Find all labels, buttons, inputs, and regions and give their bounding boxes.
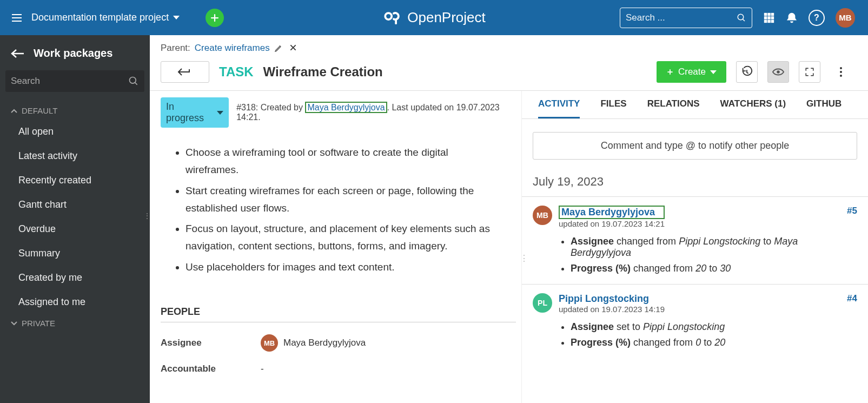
- activity-date: July 19, 2023: [522, 173, 868, 196]
- main-content: Parent: Create wireframes TASK Wireframe…: [150, 35, 868, 403]
- status-selector[interactable]: In progress: [161, 97, 229, 128]
- more-button[interactable]: [830, 61, 852, 83]
- svg-point-14: [840, 67, 842, 69]
- svg-point-2: [738, 14, 744, 20]
- accountable-field[interactable]: Accountable -: [161, 352, 516, 374]
- create-button[interactable]: Create: [657, 61, 726, 83]
- description[interactable]: Choose a wireframing tool or software to…: [161, 128, 516, 290]
- activity-anchor[interactable]: #4: [847, 293, 857, 304]
- work-package-type: TASK: [219, 64, 254, 80]
- accountable-value: -: [261, 364, 264, 374]
- sidebar-item[interactable]: Overdue: [0, 217, 150, 241]
- return-icon: [177, 68, 193, 76]
- parent-link[interactable]: Create wireframes: [195, 43, 270, 54]
- chevron-down-icon: [710, 70, 717, 74]
- activity-change: Assignee changed from Pippi Longstocking…: [571, 236, 857, 259]
- comment-input[interactable]: Comment and type @ to notify other peopl…: [533, 132, 857, 160]
- top-bar: Documentation template project OpenProje…: [0, 0, 868, 35]
- activity-change: Progress (%) changed from 0 to 20: [571, 337, 857, 348]
- fullscreen-button[interactable]: [799, 61, 820, 83]
- history-icon: [741, 66, 753, 78]
- avatar: MB: [261, 334, 278, 352]
- svg-point-13: [777, 70, 780, 74]
- sidebar-item[interactable]: All open: [0, 120, 150, 144]
- detail-tabs: ACTIVITY FILES RELATIONS WATCHERS (1) GI…: [522, 91, 868, 119]
- activity-timestamp: updated on 19.07.2023 14:19: [559, 305, 665, 314]
- tab-github[interactable]: GITHUB: [806, 98, 842, 118]
- svg-rect-4: [768, 13, 770, 15]
- people-heading: PEOPLE: [161, 306, 516, 322]
- help-icon[interactable]: ?: [809, 10, 825, 26]
- tab-activity[interactable]: ACTIVITY: [538, 98, 580, 118]
- tab-watchers[interactable]: WATCHERS (1): [720, 98, 786, 118]
- sidebar-item[interactable]: Assigned to me: [0, 290, 150, 314]
- svg-rect-5: [772, 13, 774, 15]
- svg-rect-3: [765, 13, 767, 15]
- group-default[interactable]: DEFAULT: [0, 102, 150, 120]
- back-arrow-icon[interactable]: [11, 49, 24, 58]
- sidebar-item[interactable]: Recently created: [0, 168, 150, 193]
- svg-rect-6: [765, 17, 767, 19]
- svg-point-12: [130, 77, 136, 84]
- sidebar-item[interactable]: Created by me: [0, 266, 150, 290]
- parent-label: Parent:: [161, 43, 190, 54]
- chevron-down-icon: [173, 16, 180, 19]
- sidebar-item[interactable]: Summary: [0, 241, 150, 266]
- sidebar: Work packages Search DEFAULT All openLat…: [0, 35, 150, 403]
- search-placeholder: Search ...: [626, 12, 737, 23]
- activity-timestamp: updated on 19.07.2023 14:21: [559, 219, 665, 228]
- close-icon[interactable]: [289, 44, 297, 51]
- user-avatar[interactable]: MB: [836, 8, 855, 28]
- logo-icon: [382, 8, 402, 28]
- brand-text: OpenProject: [407, 9, 486, 26]
- search-icon: [128, 76, 139, 87]
- breadcrumb: Parent: Create wireframes: [150, 35, 868, 54]
- creator-link[interactable]: Maya Berdygylyjova: [305, 102, 387, 113]
- watch-button[interactable]: [767, 61, 789, 83]
- svg-point-0: [385, 13, 392, 19]
- splitter-handle-icon[interactable]: ⋮: [522, 253, 528, 263]
- menu-icon[interactable]: [12, 14, 22, 22]
- avatar: PL: [533, 293, 552, 313]
- brand: OpenProject: [382, 8, 486, 28]
- sidebar-search[interactable]: Search: [5, 70, 144, 92]
- group-private[interactable]: PRIVATE: [0, 314, 150, 332]
- plus-icon: [210, 13, 220, 23]
- activity-toggle-button[interactable]: [736, 61, 758, 83]
- add-button[interactable]: [206, 9, 224, 27]
- page-title[interactable]: Wireframe Creation: [263, 64, 383, 80]
- search-icon: [737, 13, 746, 23]
- assignee-field[interactable]: Assignee MB Maya Berdygylyjova: [161, 322, 516, 352]
- svg-rect-9: [765, 20, 767, 22]
- svg-rect-11: [772, 20, 774, 22]
- description-item: Use placeholders for images and text con…: [185, 259, 500, 276]
- activity-user-link[interactable]: Pippi Longstocking: [559, 293, 665, 305]
- project-selector[interactable]: Documentation template project: [31, 12, 180, 23]
- avatar: MB: [533, 206, 552, 225]
- activity-entry: PLPippi Longstockingupdated on 19.07.202…: [522, 284, 868, 358]
- back-button[interactable]: [161, 61, 209, 83]
- bell-icon[interactable]: [786, 12, 798, 24]
- svg-rect-7: [768, 17, 770, 19]
- activity-user-link[interactable]: Maya Berdygylyjova: [559, 206, 665, 219]
- resize-handle-icon[interactable]: ⋮: [143, 212, 151, 220]
- svg-rect-8: [772, 17, 774, 19]
- assignee-value: Maya Berdygylyjova: [283, 338, 366, 348]
- eye-icon: [772, 68, 784, 76]
- sidebar-item[interactable]: Gantt chart: [0, 193, 150, 217]
- description-item: Start creating wireframes for each scree…: [185, 182, 500, 217]
- sidebar-item[interactable]: Latest activity: [0, 144, 150, 168]
- svg-point-15: [840, 71, 842, 73]
- tab-relations[interactable]: RELATIONS: [647, 98, 700, 118]
- edit-icon[interactable]: [274, 44, 283, 52]
- svg-rect-10: [768, 20, 770, 22]
- global-search[interactable]: Search ...: [620, 8, 752, 28]
- chevron-down-icon: [217, 111, 223, 115]
- plus-icon: [666, 68, 674, 76]
- svg-point-16: [840, 75, 842, 77]
- expand-icon: [805, 67, 814, 77]
- activity-anchor[interactable]: #5: [847, 206, 857, 216]
- tab-files[interactable]: FILES: [600, 98, 626, 118]
- chevron-up-icon: [11, 109, 17, 113]
- apps-icon[interactable]: [763, 12, 775, 24]
